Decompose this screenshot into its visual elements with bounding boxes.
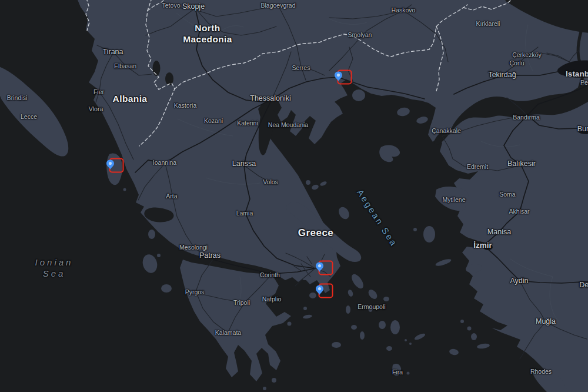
pin-icon [315, 285, 325, 296]
pin-icon [333, 71, 343, 82]
map-pin-marker-2[interactable] [109, 158, 124, 173]
map-base-layer [0, 0, 588, 392]
map-canvas[interactable]: TetovoSkopjeBlagoevgradHaskovoSmolyanKır… [0, 0, 588, 392]
pin-icon [315, 262, 325, 273]
lake-ohrid [153, 61, 161, 76]
pin-icon [105, 160, 115, 171]
map-pin-marker-3[interactable] [319, 261, 333, 275]
map-pin-marker-1[interactable] [338, 70, 352, 85]
map-pin-marker-4[interactable] [319, 284, 333, 298]
